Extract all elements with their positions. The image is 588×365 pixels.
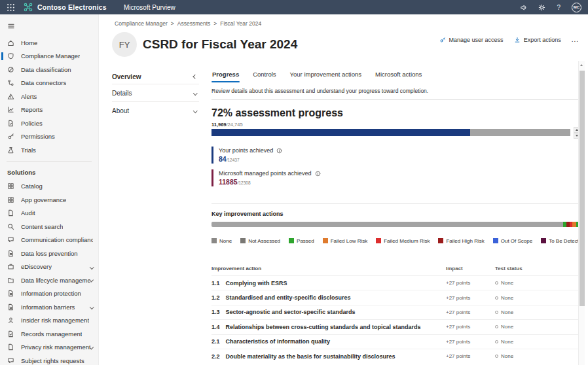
breadcrumb-separator: > (213, 20, 217, 27)
subnav-item-overview[interactable]: Overview (112, 69, 199, 84)
tab-microsoft-actions[interactable]: Microsoft actions (375, 69, 422, 82)
manage-access-key-icon (439, 37, 446, 43)
sidebar-item-policies[interactable]: Policies (0, 116, 98, 130)
sidebar-item-label: Audit (21, 209, 35, 217)
info-icon[interactable] (276, 148, 282, 154)
legend-swatch (376, 238, 381, 243)
action-status: None (501, 339, 513, 345)
sidebar-item-ediscovery[interactable]: eDiscovery (0, 260, 98, 274)
sidebar-item-label: Data loss prevention (21, 250, 78, 257)
announcements-icon[interactable] (520, 4, 527, 11)
tab-progress[interactable]: Progress (211, 69, 240, 82)
table-row[interactable]: 1.4 Relationships between cross-cutting … (211, 319, 580, 334)
info-icon[interactable] (315, 171, 321, 177)
sidebar-item-subject-rights-requests[interactable]: Subject rights requests (0, 354, 98, 365)
table-row[interactable]: 1.2 Standardised and entity-specific dis… (211, 290, 580, 304)
sidebar-item-data-classification[interactable]: Data classification (0, 63, 98, 77)
reports-icon (7, 106, 14, 113)
gear-icon[interactable] (538, 4, 545, 11)
sidebar-item-information-protection[interactable]: Information protection (0, 287, 98, 301)
status-circle-icon (495, 296, 498, 300)
sidebar-item-insider-risk-management[interactable]: Insider risk management (0, 314, 98, 328)
status-circle-icon (495, 281, 498, 285)
sidebar-item-data-connectors[interactable]: Data connectors (0, 77, 98, 90)
sidebar-item-app-governance[interactable]: App governance (0, 193, 98, 207)
points-card-value: 11885 (219, 178, 238, 186)
breadcrumb-item[interactable]: Compliance Manager (115, 20, 168, 27)
table-row[interactable]: 2.2 Double materiality as the basis for … (211, 349, 580, 363)
top-app-bar: Contoso Electronics Microsoft Purview ? … (0, 0, 588, 14)
legend-label: Not Assessed (248, 238, 280, 244)
sidebar-item-content-search[interactable]: Content search (0, 220, 98, 234)
sidebar-item-label: Alerts (21, 93, 37, 100)
column-improvement-action[interactable]: Improvement action (211, 266, 446, 271)
sidebar-item-reports[interactable]: Reports (0, 103, 98, 117)
action-id: 2.1 (211, 338, 220, 345)
help-icon[interactable]: ? (557, 4, 560, 11)
action-impact: +27 points (446, 295, 495, 301)
action-impact: +27 points (446, 353, 495, 359)
legend-label: Passed (297, 238, 314, 244)
account-avatar[interactable]: MC (572, 3, 581, 12)
table-row[interactable]: 1.3 Sector-agnostic and sector-specific … (211, 305, 580, 319)
export-actions-button[interactable]: Export actions (514, 37, 561, 43)
sidebar-item-data-lifecycle-management[interactable]: Data lifecycle management (0, 273, 98, 287)
status-circle-icon (495, 355, 498, 358)
sidebar-item-label: Data connectors (21, 79, 66, 86)
sidebar-item-audit[interactable]: Audit (0, 207, 98, 220)
action-id: 2.2 (211, 353, 220, 360)
collapse-panel-icon[interactable] (193, 75, 197, 78)
sidebar-item-compliance-manager[interactable]: Compliance Manager (0, 50, 98, 63)
tab-controls[interactable]: Controls (252, 69, 276, 82)
key-improvement-actions-heading: Key improvement actions (211, 211, 580, 217)
manage-user-access-button[interactable]: Manage user access (439, 37, 504, 43)
status-legend: None Not Assessed Passed (211, 235, 580, 247)
sidebar-item-catalog[interactable]: Catalog (0, 180, 98, 194)
sidebar-item-records-management[interactable]: Records management (0, 327, 98, 341)
waffle-icon[interactable] (7, 3, 15, 12)
sidebar-item-trials[interactable]: Trials (0, 143, 98, 157)
legend-swatch (493, 238, 498, 243)
vertical-scrollbar[interactable] (578, 61, 585, 365)
contoso-logo-icon (24, 3, 33, 12)
sidebar-item-alerts[interactable]: Alerts (0, 90, 98, 103)
action-name: Relationships between cross-cutting stan… (226, 324, 421, 330)
header-actions: Manage user access Export actions ... (439, 36, 579, 43)
sidebar-item-label: Privacy risk management (21, 343, 90, 351)
tab-your-improvement-actions[interactable]: Your improvement actions (289, 69, 362, 82)
more-actions-button[interactable]: ... (572, 36, 579, 43)
column-test-status[interactable]: Test status (495, 266, 580, 271)
tab-description: Review details about this assessment and… (211, 88, 580, 94)
sidebar-item-communication-compliance[interactable]: Communication compliance (0, 234, 98, 247)
scrollbar-thumb[interactable] (579, 71, 585, 306)
table-row[interactable]: 2.1 Characteristics of information quali… (211, 334, 580, 349)
sidebar-item-information-barriers[interactable]: Information barriers (0, 300, 98, 314)
sidebar-item-data-loss-prevention[interactable]: Data loss prevention (0, 247, 98, 260)
sidebar-item-home[interactable]: Home (0, 36, 98, 50)
breadcrumb-item[interactable]: Assessments (177, 20, 211, 27)
legend-swatch (289, 238, 294, 243)
page-title: CSRD for Fiscal Year 2024 (143, 37, 297, 52)
legend-swatch (541, 238, 546, 243)
action-impact: +27 points (446, 309, 495, 315)
permissions-icon (7, 133, 14, 140)
column-impact[interactable]: Impact (446, 266, 495, 271)
table-row[interactable]: 1.1 Complying with ESRS +27 points None (211, 275, 580, 290)
status-circle-icon (495, 340, 498, 343)
scrollbar-up-arrow-icon[interactable] (580, 64, 583, 66)
action-status: None (501, 295, 513, 301)
subnav-item-details[interactable]: Details (112, 84, 199, 101)
legend-label: None (219, 238, 232, 244)
assessment-progress-heading: 72% assessment progress (211, 107, 580, 119)
hamburger-icon[interactable] (7, 22, 15, 30)
sidebar-item-privacy-risk-management[interactable]: Privacy risk management (0, 341, 98, 355)
points-card-label: Your points achieved (219, 147, 273, 154)
sidebar-item-permissions[interactable]: Permissions (0, 130, 98, 144)
action-status: None (501, 280, 513, 286)
audit-icon (7, 209, 14, 217)
sidebar-item-label: Data classification (21, 66, 71, 73)
breadcrumb-item[interactable]: Fiscal Year 2024 (220, 20, 261, 27)
subnav-item-about[interactable]: About (112, 102, 199, 119)
data-classification-icon (7, 66, 14, 73)
sidebar-item-label: Subject rights requests (21, 357, 84, 364)
